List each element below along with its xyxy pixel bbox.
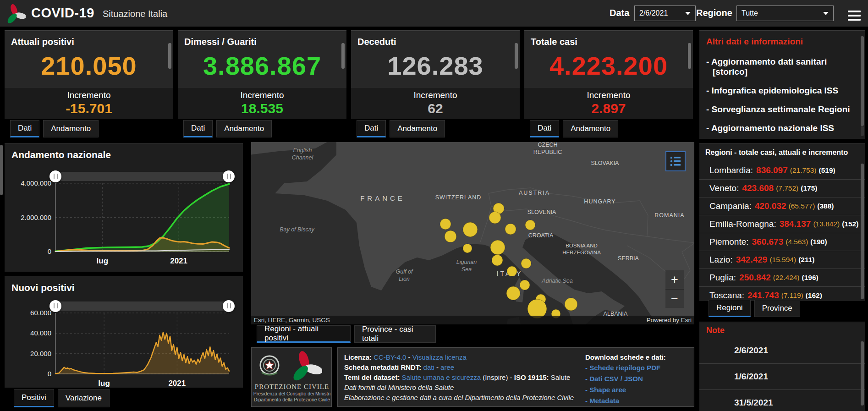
temi-line: Temi del dataset: Salute umana e sicurez… — [344, 373, 574, 383]
tab-variazione[interactable]: Variazione — [58, 389, 110, 407]
metadata-line: Scheda metadati RNDT: dati - aree — [344, 362, 574, 373]
map-region-bubble[interactable] — [490, 240, 505, 255]
panel-scrollbar[interactable] — [861, 36, 864, 126]
card-title: Deceduti — [351, 31, 520, 47]
altri-dati-link-3[interactable]: - Aggiornamento nazionale ISS — [706, 123, 853, 133]
tab-andamento[interactable]: Andamento — [43, 120, 99, 137]
tab-andamento[interactable]: Andamento — [390, 120, 445, 137]
map-region-bubble[interactable] — [521, 258, 531, 269]
region-row-lazio[interactable]: Lazio:342.429(15.594)(211) — [699, 251, 865, 269]
tab-andamento[interactable]: Andamento — [563, 120, 618, 137]
map-region-bubble[interactable] — [520, 280, 530, 290]
card-title: Dimessi / Guariti — [178, 31, 346, 47]
altri-dati-link-2[interactable]: - Sorveglianza settimanale Regioni — [706, 104, 853, 115]
card-scrollbar[interactable] — [341, 43, 345, 69]
card-increment-strip: Incremento62 — [351, 88, 520, 119]
repubblica-italiana-emblem-icon — [255, 351, 284, 383]
map-label: SERBIA — [618, 255, 639, 262]
card-value: 126.283 — [351, 51, 520, 81]
footer-info-box: Licenza: CC-BY-4.0 - Visualizza licenza … — [337, 347, 694, 407]
map-label: Gulf of — [396, 269, 413, 275]
map-tabs: Regioni - attuali positivi Province - ca… — [257, 325, 436, 343]
map-region-bubble[interactable] — [463, 244, 472, 253]
dati-link[interactable]: dati — [423, 363, 434, 371]
region-row-lombardia[interactable]: Lombardia:836.097(21.753)(519) — [699, 162, 865, 180]
org-name: PROTEZIONE CIVILE — [252, 383, 332, 391]
card-title: Attuali positivi — [5, 31, 173, 47]
card-scrollbar[interactable] — [688, 43, 691, 69]
legend-button[interactable] — [665, 151, 686, 171]
increment-value: 62 — [351, 101, 520, 116]
region-row-veneto[interactable]: Veneto:423.608(7.752)(175) — [699, 180, 865, 197]
altri-dati-link-0[interactable]: - Aggiornamento dati sanitari [storico] — [706, 57, 853, 77]
tab-dati[interactable]: Dati — [530, 120, 559, 137]
salute-umana-link[interactable]: Salute umana e sicurezza — [402, 373, 481, 381]
increment-label: Incremento — [524, 90, 693, 100]
panel-scrollbar[interactable] — [861, 164, 864, 299]
card-tabs: DatiAndamento — [183, 120, 272, 137]
zoom-out-button[interactable]: − — [665, 289, 684, 308]
covid-dashboard: COVID-19 Situazione Italia Data 2/6/2021… — [0, 0, 868, 411]
y-tick-label: 0 — [48, 247, 51, 255]
map-region-bubble[interactable] — [445, 230, 456, 242]
map-region-bubble[interactable] — [489, 212, 501, 224]
tab-dati[interactable]: Dati — [357, 120, 386, 137]
panel-note: Note 2/6/20211/6/202131/5/2021 — [699, 322, 865, 411]
map-region-bubble[interactable] — [507, 266, 517, 276]
tab-regioni-attuali-positivi[interactable]: Regioni - attuali positivi — [257, 325, 351, 343]
zoom-in-button[interactable]: + — [665, 270, 684, 289]
date-select[interactable]: 2/6/2021 — [634, 5, 696, 21]
org-sub2: Dipartimento della Protezione Civile — [252, 397, 332, 403]
license-label: Licenza: — [344, 353, 372, 361]
card-increment-strip: Incremento18.535 — [178, 88, 346, 119]
map-attribution: Esri, HERE, Garmin, USGS — [254, 317, 330, 323]
map-region-bubble[interactable] — [525, 220, 535, 230]
region-row-emilia-romagna[interactable]: Emilia-Romagna:384.137(13.842)(152) — [699, 215, 865, 233]
altri-dati-link-1[interactable]: - Infografica epidemiologica ISS — [706, 86, 853, 96]
tab-dati[interactable]: Dati — [10, 120, 39, 137]
download-link-1[interactable]: - Dati CSV / JSON — [585, 373, 666, 384]
map-container: EnglishChannelCZECHREPUBLICSLOVAKIAFRANC… — [251, 142, 694, 324]
y-tick-label: 20.000 — [30, 350, 51, 357]
map-region-bubble[interactable] — [440, 219, 451, 230]
map-label: CZECH — [538, 142, 557, 148]
panel-scrollbar[interactable] — [861, 341, 864, 406]
tab-province-casi-totali[interactable]: Province - casi totali — [354, 325, 436, 343]
tab-dati[interactable]: Dati — [183, 120, 213, 137]
nuovi-positivi-tabs: Positivi Variazione — [14, 389, 110, 407]
y-tick-label: 60.000 — [30, 309, 51, 317]
europe-map[interactable]: EnglishChannelCZECHREPUBLICSLOVAKIAFRANC… — [251, 142, 694, 324]
visualizza-licenza-link[interactable]: Visualizza licenza — [412, 353, 467, 361]
page-title: COVID-19 — [31, 5, 94, 21]
region-row-puglia[interactable]: Puglia:250.842(22.424)(196) — [699, 269, 865, 287]
cc-by-link[interactable]: CC-BY-4.0 — [374, 353, 406, 361]
region-row-toscana[interactable]: Toscana:241.743(7.119)(162) — [699, 287, 865, 301]
tab-regioni[interactable]: Regioni — [709, 300, 751, 317]
tab-andamento[interactable]: Andamento — [216, 120, 272, 137]
region-select[interactable]: Tutte — [736, 5, 834, 21]
card-value: 3.886.867 — [178, 51, 346, 81]
region-row-piemonte[interactable]: Piemonte:360.673(4.563)(190) — [699, 233, 865, 251]
download-link-2[interactable]: - Shape aree — [585, 384, 666, 395]
aree-link[interactable]: aree — [440, 363, 454, 371]
map-label: Ligurian — [456, 259, 477, 265]
map-region-bubble[interactable] — [565, 298, 577, 311]
page-scrollbar[interactable] — [0, 145, 3, 195]
stat-card-2: Deceduti126.283Incremento62 — [351, 30, 520, 119]
card-scrollbar[interactable] — [168, 43, 171, 69]
download-link-0[interactable]: - Schede riepilogo PDF — [585, 362, 666, 373]
download-link-3[interactable]: - Metadata — [585, 395, 666, 406]
stat-card-3: Totale casi4.223.200Incremento2.897 — [524, 30, 693, 119]
map-region-bubble[interactable] — [506, 286, 520, 300]
map-region-bubble[interactable] — [505, 224, 516, 235]
scrollbar-track — [861, 126, 864, 136]
series-fill-Dimessi / Guariti — [55, 184, 229, 252]
card-scrollbar[interactable] — [515, 43, 518, 69]
menu-icon[interactable] — [848, 8, 861, 23]
tab-province[interactable]: Province — [754, 300, 800, 317]
map-label: Sea — [461, 266, 472, 273]
region-row-campania[interactable]: Campania:420.032(65.577)(388) — [699, 197, 865, 215]
tab-positivi[interactable]: Positivi — [14, 389, 54, 407]
map-region-bubble[interactable] — [492, 255, 503, 266]
map-region-bubble[interactable] — [463, 222, 478, 237]
